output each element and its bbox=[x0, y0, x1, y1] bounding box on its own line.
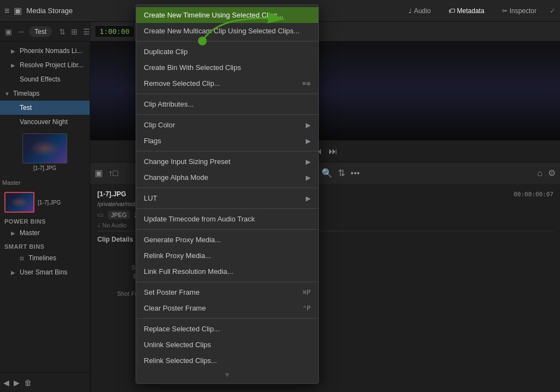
separator bbox=[136, 114, 318, 115]
ctx-clear-poster[interactable]: Clear Poster Frame ⌃P bbox=[136, 300, 318, 316]
ctx-item-label: Remove Selected Clip... bbox=[144, 79, 220, 87]
ctx-item-label: Generate Proxy Media... bbox=[144, 236, 221, 244]
separator bbox=[136, 229, 318, 230]
ctx-remove-clip[interactable]: Remove Selected Clip... ⌦⊗ bbox=[136, 75, 318, 91]
ctx-item-label: Unlink Selected Clips bbox=[144, 341, 211, 349]
separator bbox=[136, 188, 318, 188]
scroll-indicator: ▼ bbox=[136, 368, 318, 381]
ctx-clip-color[interactable]: Clip Color ▶ bbox=[136, 117, 318, 133]
ctx-item-label: Change Input Sizing Preset bbox=[144, 157, 230, 166]
ctx-item-label: Update Timecode from Audio Track bbox=[144, 215, 255, 223]
submenu-arrow-icon: ▶ bbox=[306, 174, 311, 182]
ctx-generate-proxy[interactable]: Generate Proxy Media... bbox=[136, 232, 318, 248]
separator bbox=[136, 282, 318, 282]
separator bbox=[136, 208, 318, 209]
ctx-replace-clip[interactable]: Replace Selected Clip... bbox=[136, 321, 318, 337]
ctx-item-label: Clip Attributes... bbox=[144, 100, 194, 108]
ctx-shortcut: ⌦⊗ bbox=[303, 80, 311, 87]
ctx-change-input-sizing[interactable]: Change Input Sizing Preset ▶ bbox=[136, 154, 318, 169]
ctx-relink-clips[interactable]: Relink Selected Clips... bbox=[136, 353, 318, 368]
ctx-item-label: Relink Selected Clips... bbox=[144, 356, 217, 365]
ctx-create-multicam[interactable]: Create New Multicam Clip Using Selected … bbox=[136, 23, 318, 39]
ctx-item-label: Change Alpha Mode bbox=[144, 173, 208, 182]
ctx-item-label: Clip Color bbox=[144, 121, 175, 129]
context-menu: Create New Timeline Using Selected Clips… bbox=[136, 4, 319, 384]
ctx-change-alpha-mode[interactable]: Change Alpha Mode ▶ bbox=[136, 169, 318, 185]
ctx-item-label: Flags bbox=[144, 137, 161, 145]
separator bbox=[136, 318, 318, 319]
ctx-item-label: LUT bbox=[144, 194, 158, 202]
ctx-item-label: Clear Poster Frame bbox=[144, 304, 206, 312]
ctx-flags[interactable]: Flags ▶ bbox=[136, 133, 318, 149]
ctx-item-label: Create New Multicam Clip Using Selected … bbox=[144, 27, 300, 35]
ctx-update-timecode[interactable]: Update Timecode from Audio Track bbox=[136, 211, 318, 227]
ctx-create-timeline[interactable]: Create New Timeline Using Selected Clips… bbox=[136, 7, 318, 23]
ctx-item-label: Create Bin With Selected Clips bbox=[144, 63, 241, 72]
separator bbox=[136, 41, 318, 42]
ctx-shortcut: ⌘P bbox=[303, 289, 311, 296]
ctx-item-label: Replace Selected Clip... bbox=[144, 325, 220, 333]
ctx-duplicate[interactable]: Duplicate Clip bbox=[136, 44, 318, 60]
ctx-item-label: Create New Timeline Using Selected Clips… bbox=[144, 11, 283, 19]
ctx-create-bin[interactable]: Create Bin With Selected Clips bbox=[136, 60, 318, 75]
ctx-item-label: Duplicate Clip bbox=[144, 48, 188, 56]
ctx-unlink-clips[interactable]: Unlink Selected Clips bbox=[136, 337, 318, 353]
submenu-arrow-icon: ▶ bbox=[306, 158, 311, 166]
ctx-clip-attributes[interactable]: Clip Attributes... bbox=[136, 96, 318, 112]
separator bbox=[136, 151, 318, 151]
separator bbox=[136, 93, 318, 94]
ctx-item-label: Set Poster Frame bbox=[144, 288, 200, 296]
ctx-set-poster[interactable]: Set Poster Frame ⌘P bbox=[136, 284, 318, 300]
ctx-item-label: Relink Proxy Media... bbox=[144, 251, 211, 260]
submenu-arrow-icon: ▶ bbox=[306, 195, 311, 202]
ctx-lut[interactable]: LUT ▶ bbox=[136, 190, 318, 206]
ctx-item-label: Link Full Resolution Media... bbox=[144, 267, 233, 276]
ctx-link-full-res[interactable]: Link Full Resolution Media... bbox=[136, 264, 318, 279]
ctx-shortcut: ⌃P bbox=[303, 305, 311, 312]
submenu-arrow-icon: ▶ bbox=[306, 121, 311, 129]
scroll-down-icon: ▼ bbox=[224, 371, 231, 379]
ctx-relink-proxy[interactable]: Relink Proxy Media... bbox=[136, 248, 318, 264]
submenu-arrow-icon: ▶ bbox=[306, 137, 311, 145]
context-menu-overlay: Create New Timeline Using Selected Clips… bbox=[0, 0, 560, 392]
